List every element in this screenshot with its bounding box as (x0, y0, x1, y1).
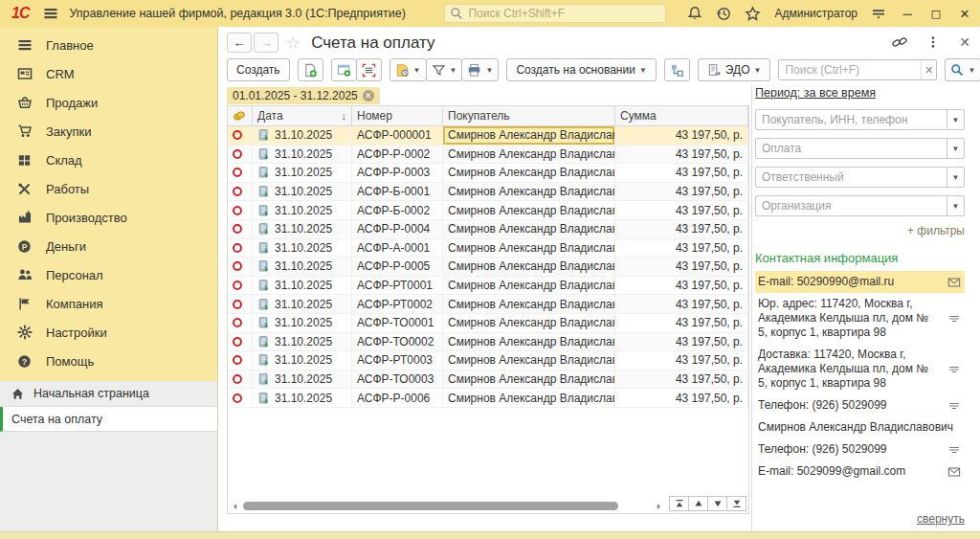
remove-chip-icon[interactable]: ✕ (363, 90, 374, 101)
table-row[interactable]: 31.10.2025 АСФР-ТО0002 Смирнов Александр… (228, 333, 748, 352)
structure-button[interactable] (664, 58, 690, 81)
chevron-down-icon[interactable]: ▼ (947, 196, 964, 215)
sidebar-item-закупки[interactable]: Закупки (0, 117, 217, 146)
table-row[interactable]: 31.10.2025 АСФР-РТ0002 Смирнов Александр… (228, 295, 748, 314)
table-row[interactable]: 31.10.2025 АСФР-Р-0004 Смирнов Александр… (228, 220, 748, 239)
create-copy-button[interactable] (298, 58, 323, 81)
sidebar-item-персонал[interactable]: Персонал (0, 260, 217, 289)
open-window-tab-invoices[interactable]: Счета на оплату (0, 407, 217, 432)
address-lines-icon[interactable] (947, 297, 962, 340)
chevron-down-icon[interactable]: ▼ (947, 168, 964, 187)
sidebar-item-деньги[interactable]: Р Деньги (0, 232, 217, 260)
sidebar-item-настройки[interactable]: Настройки (0, 318, 217, 347)
address-lines-icon[interactable] (947, 398, 962, 413)
filter-dropdown-button[interactable]: ▼ (426, 58, 463, 81)
favorite-star-icon[interactable]: ☆ (285, 33, 301, 54)
home-page-tab[interactable]: Начальная страница (0, 381, 217, 407)
current-user[interactable]: Администратор (774, 7, 858, 20)
filter-combobox[interactable]: Ответственный ▼ (755, 167, 965, 188)
go-last-row-button[interactable] (726, 496, 746, 511)
close-window-button[interactable]: ✕ (957, 7, 972, 21)
envelope-icon[interactable] (947, 464, 962, 479)
print-dropdown-button[interactable]: ▼ (461, 58, 499, 81)
scrollbar-thumb[interactable] (243, 502, 618, 510)
sidebar-item-работы[interactable]: Работы (0, 174, 217, 203)
table-row[interactable]: 31.10.2025 АСФР-000001 Смирнов Александр… (228, 126, 748, 146)
add-filters-link[interactable]: + фильтры (755, 224, 965, 237)
contact-item[interactable]: Телефон: (926) 5029099 (755, 438, 965, 460)
buyer-cell[interactable]: Смирнов Александр Владиславо... (443, 126, 615, 146)
edo-dropdown-button[interactable]: ЭДО▼ (698, 58, 771, 81)
sidebar-item-компания[interactable]: Компания (0, 289, 217, 318)
service-menu-icon[interactable] (871, 6, 886, 21)
scroll-left-icon[interactable] (231, 502, 240, 511)
address-lines-icon[interactable] (947, 348, 962, 391)
filter-combobox[interactable]: Покупатель, ИНН, телефон ▼ (755, 109, 965, 130)
sidebar-item-производство[interactable]: Производство (0, 203, 217, 232)
create-list-item-button[interactable] (331, 58, 357, 81)
more-actions-dots-icon[interactable] (926, 35, 940, 49)
column-header-sum[interactable]: Сумма (615, 106, 748, 126)
contact-item[interactable]: Смирнов Александр Владиславович (755, 416, 965, 438)
table-row[interactable]: 31.10.2025 АСФР-Р-0005 Смирнов Александр… (228, 258, 748, 277)
search-settings-dropdown-button[interactable]: ▼ (945, 58, 980, 81)
table-row[interactable]: 31.10.2025 АСФР-Б-0002 Смирнов Александр… (228, 201, 748, 220)
table-row[interactable]: 31.10.2025 АСФР-РТ0001 Смирнов Александр… (228, 277, 748, 296)
sidebar-item-продажи[interactable]: Продажи (0, 88, 217, 117)
go-first-row-button[interactable] (669, 496, 689, 511)
table-row[interactable]: 31.10.2025 АСФР-ТО0001 Смирнов Александр… (228, 314, 748, 333)
sidebar-item-склад[interactable]: Склад (0, 146, 217, 174)
go-prev-row-button[interactable] (688, 496, 708, 511)
period-filter-chip[interactable]: 01.01.2025 - 31.12.2025 ✕ (227, 87, 380, 104)
table-row[interactable]: 31.10.2025 АСФР-Р-0002 Смирнов Александр… (228, 146, 748, 165)
history-icon[interactable] (716, 6, 731, 21)
filter-combobox[interactable]: Оплата ▼ (755, 138, 965, 159)
global-search-input[interactable] (444, 4, 666, 23)
table-row[interactable]: 31.10.2025 АСФР-Б-0001 Смирнов Александр… (228, 183, 748, 202)
contact-item[interactable]: Телефон: (926) 5029099 (755, 394, 965, 416)
table-row[interactable]: 31.10.2025 АСФР-А-0001 Смирнов Александр… (228, 239, 748, 258)
scroll-right-icon[interactable] (654, 502, 663, 511)
period-link[interactable]: Период: за все время (755, 86, 876, 100)
horizontal-scrollbar[interactable] (231, 501, 663, 511)
sidebar-item-главное[interactable]: Главное (0, 31, 217, 59)
column-header-buyer[interactable]: Покупатель (443, 106, 615, 126)
contact-item[interactable]: E-mail: 5029099@gmail.com (755, 460, 965, 483)
favorites-star-icon[interactable] (745, 6, 761, 22)
forward-button[interactable]: → (254, 33, 278, 53)
notifications-bell-icon[interactable] (687, 6, 702, 21)
contact-item[interactable]: Юр. адрес: 117420, Москва г, Академика К… (755, 293, 965, 344)
close-form-icon[interactable]: ✕ (959, 34, 970, 50)
maximize-button[interactable]: ◻ (928, 7, 944, 21)
envelope-icon[interactable] (947, 275, 962, 289)
contact-item[interactable]: E-mail: 50290990@mail.ru (755, 271, 965, 293)
global-search-field[interactable] (468, 7, 660, 20)
create-based-on-button[interactable]: Создать на основании▼ (506, 58, 656, 81)
go-next-row-button[interactable] (707, 496, 727, 511)
minimize-button[interactable]: ─ (900, 7, 915, 21)
main-menu-icon[interactable] (42, 6, 59, 21)
column-header-number[interactable]: Номер (352, 106, 443, 126)
sidebar-item-crm[interactable]: CRM (0, 59, 217, 88)
table-row[interactable]: 31.10.2025 АСФР-Р-0006 Смирнов Александр… (228, 389, 748, 408)
reports-dropdown-button[interactable]: ▼ (390, 58, 427, 81)
table-row[interactable]: 31.10.2025 АСФР-ТО0003 Смирнов Александр… (228, 371, 748, 390)
payment-status-column-header[interactable] (228, 106, 253, 126)
chevron-down-icon[interactable]: ▼ (947, 110, 964, 129)
filter-combobox[interactable]: Организация ▼ (755, 195, 965, 216)
scanner-button[interactable] (356, 58, 382, 81)
column-header-date[interactable]: Дата↓ (253, 106, 352, 126)
chevron-down-icon[interactable]: ▼ (947, 139, 964, 158)
address-lines-icon[interactable] (947, 442, 962, 457)
sidebar-item-помощь[interactable]: ? Помощь (0, 347, 217, 375)
list-search-input[interactable] (779, 63, 921, 77)
create-button[interactable]: Создать (227, 58, 290, 81)
table-row[interactable]: 31.10.2025 АСФР-Р-0003 Смирнов Александр… (228, 164, 748, 183)
scrollbar-track[interactable] (243, 502, 651, 510)
table-row[interactable]: 31.10.2025 АСФР-РТ0003 Смирнов Александр… (228, 351, 748, 371)
get-link-icon[interactable] (892, 34, 907, 50)
contact-item[interactable]: Доставка: 117420, Москва г, Академика Ке… (755, 344, 965, 394)
back-button[interactable]: ← (227, 33, 252, 53)
collapse-link[interactable]: свернуть (917, 512, 965, 526)
clear-search-icon[interactable]: ✕ (921, 60, 936, 79)
